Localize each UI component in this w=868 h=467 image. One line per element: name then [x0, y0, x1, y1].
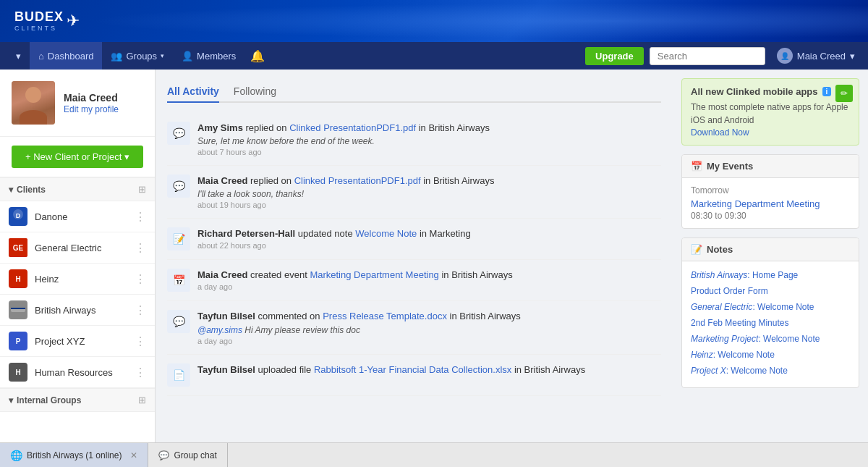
activity-title: Richard Petersen-Hall updated note Welco…: [197, 227, 661, 240]
logo: BUDEX CLIENTS ✈: [14, 10, 80, 32]
comment-icon: 💬: [167, 174, 190, 198]
tab-following[interactable]: Following: [234, 81, 276, 103]
clients-settings-icon[interactable]: ⊞: [138, 184, 146, 195]
clients-label: Clients: [17, 185, 46, 195]
activity-body: Tayfun Bilsel commented on Press Release…: [197, 310, 661, 345]
chat-close-button[interactable]: ✕: [130, 450, 137, 460]
note-link-2[interactable]: Product Order Form: [691, 285, 850, 298]
ge-logo: GE: [9, 238, 27, 257]
activity-item: 📄 Tayfun Bilsel uploaded file Rabbitsoft…: [167, 355, 661, 396]
groups-settings-icon[interactable]: ⊞: [138, 395, 146, 405]
dashboard-icon: ⌂: [38, 51, 44, 62]
activity-quote: @amy.sims Hi Amy please review this doc: [197, 325, 661, 335]
search-input[interactable]: [650, 47, 765, 65]
activity-title: Tayfun Bilsel uploaded file Rabbitsoft 1…: [197, 363, 661, 376]
danone-menu-icon[interactable]: ⋮: [135, 210, 146, 224]
nav-dropdown[interactable]: ▾: [7, 42, 30, 70]
new-client-project-button[interactable]: + New Client or Project ▾: [12, 146, 143, 168]
activity-tabs: All Activity Following: [167, 81, 661, 103]
notes-header: 📝 Notes: [682, 238, 859, 261]
logo-sub: CLIENTS: [14, 25, 64, 32]
note-link-6[interactable]: Heinz: Welcome Note: [691, 348, 850, 361]
group-chat-tab[interactable]: 💬 Group chat: [148, 443, 227, 468]
note-link-7[interactable]: Project X: Welcome Note: [691, 364, 850, 377]
activity-quote: Sure, let me know before the end of the …: [197, 136, 661, 146]
svg-text:GE: GE: [13, 244, 24, 252]
activity-title: Maia Creed created event Marketing Depar…: [197, 269, 661, 282]
clients-section-title: ▾ Clients: [9, 185, 46, 195]
ge-menu-icon[interactable]: ⋮: [135, 241, 146, 255]
activity-body: Amy Sims replied on Clinked Presentation…: [197, 122, 661, 156]
british-menu-icon[interactable]: ⋮: [135, 303, 146, 317]
nav-dashboard[interactable]: ⌂ Dashboard: [30, 42, 102, 70]
events-card: 📅 My Events Tomorrow Marketing Departmen…: [681, 154, 859, 229]
svg-text:D: D: [16, 212, 21, 219]
user-name: Maia Creed: [797, 51, 846, 62]
activity-link[interactable]: Welcome Note: [355, 228, 417, 239]
promo-card: All new Clinked mobile apps i ✏ The most…: [681, 78, 859, 146]
note-link-1[interactable]: British Airways: Home Page: [691, 269, 850, 282]
heinz-menu-icon[interactable]: ⋮: [135, 272, 146, 286]
notes-title: Notes: [707, 244, 733, 255]
british-name: British Airways: [35, 305, 127, 316]
nav-members-label: Members: [197, 51, 236, 62]
british-logo: [9, 300, 27, 319]
promo-download-link[interactable]: Download Now: [691, 127, 749, 138]
tab-all-activity[interactable]: All Activity: [167, 81, 219, 103]
activity-quote: I'll take a look soon, thanks!: [197, 189, 661, 199]
logo-name: BUDEX: [14, 10, 64, 25]
groups-section-header: ▾ Internal Groups ⊞: [0, 388, 155, 412]
note-link-3[interactable]: General Electric: Welcome Note: [691, 300, 850, 314]
promo-title-text: All new Clinked mobile apps: [691, 86, 818, 97]
calendar-icon: 📅: [691, 161, 702, 172]
sidebar-item-ge[interactable]: GE General Electric ⋮: [0, 232, 155, 264]
activity-link[interactable]: Clinked PresentationPDF1.pdf: [294, 175, 421, 186]
promo-edit-button[interactable]: ✏: [835, 85, 853, 102]
activity-item: 💬 Maia Creed replied on Clinked Presenta…: [167, 166, 661, 219]
profile-image: [12, 81, 55, 125]
edit-profile-link[interactable]: Edit my profile: [64, 104, 119, 114]
note-link-5[interactable]: Marketing Project: Welcome Note: [691, 332, 850, 345]
activity-link[interactable]: Clinked PresentationPDF1.pdf: [289, 122, 416, 133]
globe-icon: 🌐: [10, 450, 22, 461]
project-xyz-name: Project XYZ: [35, 336, 127, 347]
british-airways-chat-tab[interactable]: 🌐 British Airways (1 online) ✕: [0, 443, 148, 468]
sidebar-item-heinz[interactable]: H Heinz ⋮: [0, 264, 155, 295]
sidebar-item-danone[interactable]: D Danone ⋮: [0, 201, 155, 232]
activity-link[interactable]: Marketing Department Meeting: [310, 269, 438, 280]
groups-icon: 👥: [111, 51, 122, 62]
hr-menu-icon[interactable]: ⋮: [135, 366, 146, 379]
ge-name: General Electric: [35, 243, 127, 253]
activity-title: Tayfun Bilsel commented on Press Release…: [197, 310, 661, 323]
clients-section-header: ▾ Clients ⊞: [0, 177, 155, 201]
chevron-down-icon: ▾: [9, 395, 13, 405]
note-link-4[interactable]: 2nd Feb Meeting Minutes: [691, 316, 850, 329]
avatar: [12, 81, 55, 125]
activity-link[interactable]: Press Release Template.docx: [323, 311, 447, 321]
user-menu[interactable]: 👤 Maia Creed ▾: [771, 48, 861, 64]
group-chat-label: Group chat: [174, 450, 216, 460]
activity-link[interactable]: Rabbitsoft 1-Year Financial Data Collect…: [314, 364, 511, 375]
sidebar-item-british[interactable]: British Airways ⋮: [0, 295, 155, 326]
nav-groups[interactable]: 👥 Groups ▾: [102, 42, 173, 70]
upgrade-button[interactable]: Upgrade: [585, 47, 644, 65]
activity-item: 💬 Amy Sims replied on Clinked Presentati…: [167, 113, 661, 166]
events-body: Tomorrow Marketing Department Meeting 08…: [682, 178, 859, 228]
nav-bell[interactable]: 🔔: [244, 49, 271, 63]
calendar-icon: 📅: [167, 269, 190, 292]
project-xyz-menu-icon[interactable]: ⋮: [135, 335, 146, 348]
nav-members[interactable]: 👤 Members: [173, 42, 244, 70]
activity-item: 📝 Richard Petersen-Hall updated note Wel…: [167, 219, 661, 260]
groups-label: Internal Groups: [17, 395, 81, 405]
event-name[interactable]: Marketing Department Meeting: [691, 198, 850, 209]
activity-title: Amy Sims replied on Clinked Presentation…: [197, 122, 661, 135]
sidebar-item-hr[interactable]: H Human Resources ⋮: [0, 357, 155, 388]
dropdown-arrow-icon: ▾: [16, 51, 21, 62]
sidebar-item-project-xyz[interactable]: P Project XYZ ⋮: [0, 326, 155, 357]
sidebar: Maia Creed Edit my profile + New Client …: [0, 70, 156, 442]
profile-card: Maia Creed Edit my profile: [0, 70, 155, 137]
main-layout: Maia Creed Edit my profile + New Client …: [0, 70, 868, 442]
notes-card: 📝 Notes British Airways: Home Page Produ…: [681, 237, 859, 388]
event-day: Tomorrow: [691, 185, 850, 195]
activity-time: about 19 hours ago: [197, 201, 661, 209]
